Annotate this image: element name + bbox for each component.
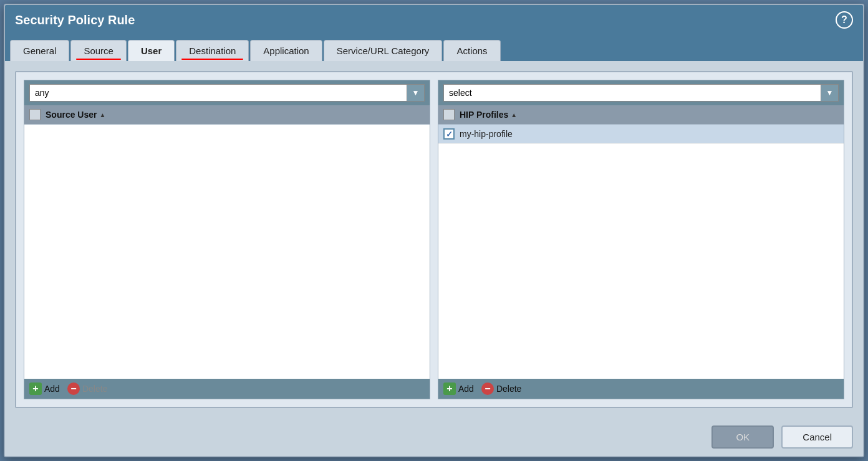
bottom-bar: OK Cancel: [5, 418, 863, 456]
source-user-header-label: Source User ▲: [46, 110, 105, 120]
title-bar: Security Policy Rule ?: [5, 5, 863, 35]
panels-container: any ▼ Source User ▲ + Add: [15, 71, 853, 408]
hip-profiles-add-label: Add: [458, 384, 474, 394]
hip-profiles-dropdown-row: select ▼: [438, 80, 844, 105]
source-user-header: Source User ▲: [24, 105, 430, 125]
hip-profiles-sort-arrow[interactable]: ▲: [511, 112, 517, 118]
tab-general[interactable]: General: [10, 40, 69, 61]
security-policy-rule-dialog: Security Policy Rule ? General Source Us…: [4, 4, 864, 457]
content-area: any ▼ Source User ▲ + Add: [5, 61, 863, 418]
hip-profiles-header-checkbox[interactable]: [443, 109, 455, 120]
source-user-delete-icon: −: [67, 383, 80, 395]
source-user-dropdown-row: any ▼: [24, 80, 430, 105]
hip-profiles-header-label: HIP Profiles ▲: [460, 110, 517, 120]
hip-profiles-dropdown-btn[interactable]: ▼: [821, 84, 839, 102]
source-user-dropdown-input[interactable]: any: [29, 84, 407, 102]
tab-service-url[interactable]: Service/URL Category: [324, 40, 443, 61]
tab-source[interactable]: Source: [70, 40, 127, 61]
tab-application[interactable]: Application: [250, 40, 322, 61]
source-user-delete-label: Delete: [82, 384, 107, 394]
hip-profiles-dropdown-input[interactable]: select: [443, 84, 821, 102]
hip-profiles-header: HIP Profiles ▲: [438, 105, 844, 125]
source-user-delete-button[interactable]: − Delete: [67, 383, 107, 395]
ok-button[interactable]: OK: [711, 425, 774, 449]
tab-destination[interactable]: Destination: [176, 40, 249, 61]
hip-profiles-delete-label: Delete: [496, 384, 521, 394]
list-item[interactable]: my-hip-profile: [438, 125, 844, 144]
source-user-add-label: Add: [44, 384, 60, 394]
source-user-add-button[interactable]: + Add: [29, 383, 60, 395]
hip-profiles-panel: select ▼ HIP Profiles ▲ my-hip-profile: [438, 80, 844, 399]
hip-profiles-footer: + Add − Delete: [438, 379, 844, 399]
hip-profiles-delete-button[interactable]: − Delete: [481, 383, 521, 395]
source-user-header-checkbox[interactable]: [29, 109, 41, 120]
help-icon[interactable]: ?: [836, 11, 853, 29]
source-user-dropdown-btn[interactable]: ▼: [407, 84, 425, 102]
hip-profiles-delete-icon: −: [481, 383, 494, 395]
tab-user[interactable]: User: [128, 40, 175, 61]
cancel-button[interactable]: Cancel: [781, 425, 853, 449]
source-user-list: [24, 125, 430, 379]
source-user-panel: any ▼ Source User ▲ + Add: [24, 80, 430, 399]
hip-profiles-add-icon: +: [443, 383, 456, 395]
dialog-title: Security Policy Rule: [15, 13, 135, 27]
source-user-add-icon: +: [29, 383, 42, 395]
tabs-bar: General Source User Destination Applicat…: [5, 35, 863, 61]
hip-profiles-list: my-hip-profile: [438, 125, 844, 379]
tab-actions[interactable]: Actions: [443, 40, 500, 61]
source-user-sort-arrow[interactable]: ▲: [99, 112, 105, 118]
hip-profile-checkbox[interactable]: [443, 128, 455, 140]
hip-profile-label: my-hip-profile: [460, 129, 513, 139]
source-user-footer: + Add − Delete: [24, 379, 430, 399]
hip-profiles-add-button[interactable]: + Add: [443, 383, 474, 395]
